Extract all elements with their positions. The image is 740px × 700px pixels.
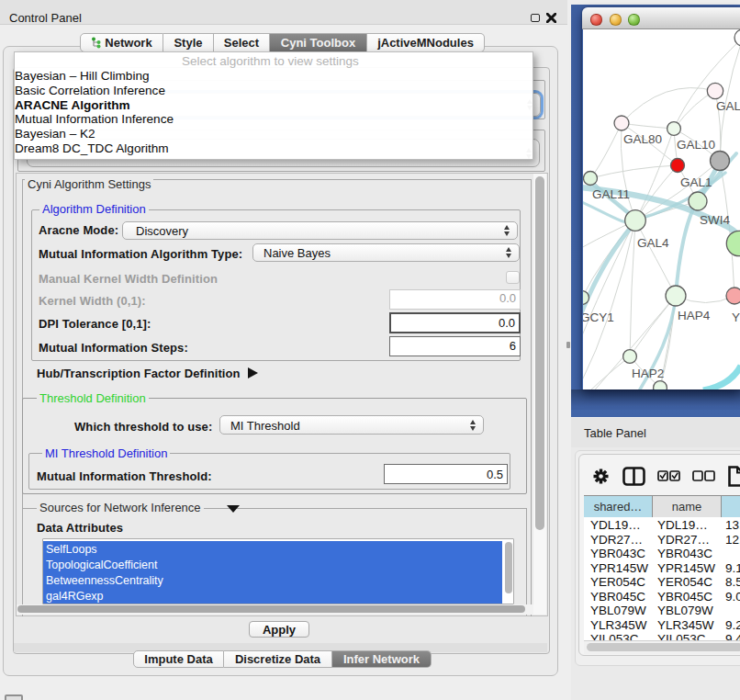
svg-text:SWI4: SWI4 <box>700 213 730 227</box>
svg-text:GAL10: GAL10 <box>677 138 715 152</box>
svg-text:GAL4: GAL4 <box>637 236 669 250</box>
svg-text:HAP2: HAP2 <box>632 367 664 380</box>
svg-text:HAP4: HAP4 <box>678 309 711 322</box>
svg-text:GAL1: GAL1 <box>680 175 712 189</box>
svg-text:GAL11: GAL11 <box>592 187 630 201</box>
svg-text:YDR…: YDR… <box>732 310 740 324</box>
svg-text:GAL7: GAL7 <box>716 99 740 113</box>
svg-text:GAL80: GAL80 <box>623 132 662 146</box>
svg-text:GCY1: GCY1 <box>583 310 614 324</box>
